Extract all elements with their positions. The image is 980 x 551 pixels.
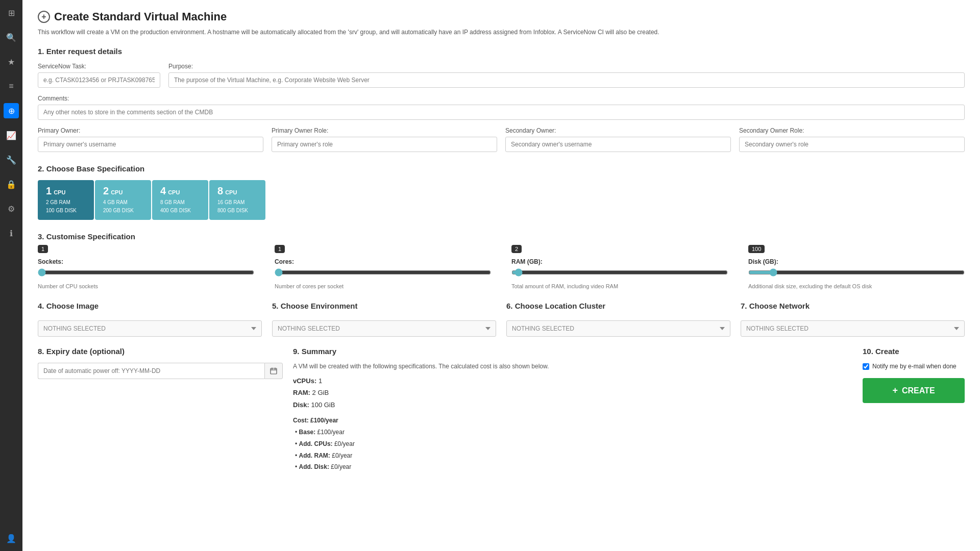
info-icon[interactable]: ℹ	[4, 226, 19, 241]
ram-slider-wrapper: 2 RAM (GB):	[511, 258, 728, 278]
spec-card-4[interactable]: 8CPU 16 GB RAM800 GB DISK	[209, 180, 265, 220]
choose-grid: 4. Choose Image NOTHING SELECTED 5. Choo…	[38, 302, 965, 337]
cost-disk-label: Add. Disk:	[299, 463, 329, 470]
comments-label: Comments:	[38, 95, 965, 102]
section-expiry: 8. Expiry date (optional)	[38, 347, 283, 379]
vcpus-label: vCPUs:	[293, 377, 316, 385]
spec-card-2[interactable]: 2CPU 4 GB RAM200 GB DISK	[95, 180, 151, 220]
disk-slider-group: 100 Disk (GB): Additional disk size, exc…	[748, 248, 965, 289]
customise-grid: 1 Sockets: Number of CPU sockets 1 Cores…	[38, 248, 965, 289]
sockets-label: Sockets:	[38, 258, 254, 265]
sockets-range-input[interactable]	[38, 268, 254, 277]
chart-icon[interactable]: 📈	[4, 128, 19, 143]
disk-range-input[interactable]	[748, 268, 965, 277]
main-content: + Create Standard Virtual Machine This w…	[22, 0, 980, 551]
spec-card-3[interactable]: 4CPU 8 GB RAM400 GB DISK	[152, 180, 208, 220]
expiry-date-input[interactable]	[38, 363, 264, 379]
primary-role-input[interactable]	[272, 137, 497, 152]
section-summary: 9. Summary A VM will be created with the…	[293, 347, 852, 473]
sockets-slider-wrapper: 1 Sockets:	[38, 258, 254, 278]
summary-ram: RAM: 2 GiB	[293, 387, 852, 398]
comments-group: Comments:	[38, 95, 965, 120]
secondary-owner-label: Secondary Owner:	[505, 127, 731, 134]
star-icon[interactable]: ★	[4, 54, 19, 69]
sockets-badge: 1	[38, 245, 48, 253]
primary-owner-label: Primary Owner:	[38, 127, 263, 134]
summary-disk: Disk: 100 GiB	[293, 399, 852, 411]
secondary-role-label: Secondary Owner Role:	[739, 127, 965, 134]
ram-sum-value: 2 GiB	[312, 389, 329, 396]
cost-base-value: £100/year	[317, 429, 345, 436]
location-select[interactable]: NOTHING SELECTED	[506, 320, 730, 337]
disk-badge: 100	[748, 245, 765, 253]
plus-circle-icon[interactable]: ⊕	[4, 103, 19, 118]
spec-grid: 1CPU 2 GB RAM100 GB DISK 2CPU 4 GB RAM20…	[38, 180, 965, 220]
purpose-input[interactable]	[168, 72, 965, 88]
grid-icon[interactable]: ⊞	[4, 5, 19, 20]
secondary-owner-group: Secondary Owner:	[505, 127, 731, 152]
comments-input[interactable]	[38, 105, 965, 120]
sidebar: ⊞ 🔍 ★ ≡ ⊕ 📈 🔧 🔒 ⚙ ℹ 👤	[0, 0, 22, 551]
ram-slider-group: 2 RAM (GB): Total amount of RAM, includi…	[511, 248, 728, 289]
settings-icon[interactable]: ⚙	[4, 201, 19, 216]
network-select[interactable]: NOTHING SELECTED	[741, 320, 965, 337]
task-purpose-row: ServiceNow Task: Purpose:	[38, 63, 965, 88]
purpose-label: Purpose:	[168, 63, 965, 70]
create-button[interactable]: + CREATE	[863, 378, 965, 403]
choose-image-group: 4. Choose Image NOTHING SELECTED	[38, 302, 262, 337]
calendar-button[interactable]	[264, 363, 283, 379]
user-icon[interactable]: 👤	[4, 531, 19, 546]
cores-badge: 1	[275, 245, 285, 253]
image-select[interactable]: NOTHING SELECTED	[38, 320, 262, 337]
secondary-role-input[interactable]	[739, 137, 965, 152]
ram-label: RAM (GB):	[511, 258, 728, 265]
environment-select[interactable]: NOTHING SELECTED	[272, 320, 496, 337]
cost-ram-label: Add. RAM:	[299, 452, 330, 459]
choose-location-group: 6. Choose Location Cluster NOTHING SELEC…	[506, 302, 730, 337]
primary-owner-group: Primary Owner:	[38, 127, 263, 152]
ram-sum-label: RAM:	[293, 389, 310, 396]
disk-sum-value: 100 GiB	[311, 401, 335, 409]
servicenow-task-label: ServiceNow Task:	[38, 63, 160, 70]
list-icon[interactable]: ≡	[4, 79, 19, 94]
disk-label: Disk (GB):	[748, 258, 965, 265]
cost-cpus-label: Add. CPUs:	[299, 440, 333, 447]
ram-hint: Total amount of RAM, including video RAM	[511, 283, 728, 289]
title-plus-icon: +	[38, 11, 50, 23]
notify-checkbox[interactable]	[863, 363, 869, 370]
page-title: Create Standard Virtual Machine	[54, 10, 227, 23]
expiry-input-row	[38, 363, 283, 379]
section-2-title: 2. Choose Base Specification	[38, 164, 965, 173]
section-1-title: 1. Enter request details	[38, 47, 965, 56]
vcpus-value: 1	[318, 377, 322, 385]
spec-card-1[interactable]: 1CPU 2 GB RAM100 GB DISK	[38, 180, 94, 220]
lock-icon[interactable]: 🔒	[4, 177, 19, 192]
cores-label: Cores:	[275, 258, 491, 265]
section-3-title: 3. Customise Specification	[38, 232, 965, 241]
cost-disk-value: £0/year	[331, 463, 351, 470]
ram-badge: 2	[511, 245, 522, 253]
sockets-slider-group: 1 Sockets: Number of CPU sockets	[38, 248, 254, 289]
disk-sum-label: Disk:	[293, 401, 309, 409]
primary-role-label: Primary Owner Role:	[272, 127, 497, 134]
section-6-title: 6. Choose Location Cluster	[506, 302, 730, 310]
cost-ram-value: £0/year	[332, 452, 352, 459]
cost-disk-row: • Add. Disk: £0/year	[293, 461, 852, 473]
ram-range-input[interactable]	[511, 268, 728, 277]
calendar-icon	[270, 367, 277, 374]
primary-owner-input[interactable]	[38, 137, 263, 152]
tools-icon[interactable]: 🔧	[4, 152, 19, 167]
cores-range-input[interactable]	[275, 268, 491, 277]
cost-value: £100/year	[310, 417, 338, 424]
summary-specs: vCPUs: 1 RAM: 2 GiB Disk: 100 GiB	[293, 375, 852, 411]
secondary-owner-input[interactable]	[505, 137, 731, 152]
section-5-title: 5. Choose Environment	[272, 302, 496, 310]
servicenow-task-input[interactable]	[38, 72, 160, 88]
secondary-role-group: Secondary Owner Role:	[739, 127, 965, 152]
subtitle: This workflow will create a VM on the pr…	[38, 28, 965, 37]
cores-slider-wrapper: 1 Cores:	[275, 258, 491, 278]
section-request-details: 1. Enter request details ServiceNow Task…	[38, 47, 965, 152]
cost-base-row: • Base: £100/year	[293, 427, 852, 438]
search-icon[interactable]: 🔍	[4, 30, 19, 45]
create-plus-icon: +	[892, 385, 898, 396]
